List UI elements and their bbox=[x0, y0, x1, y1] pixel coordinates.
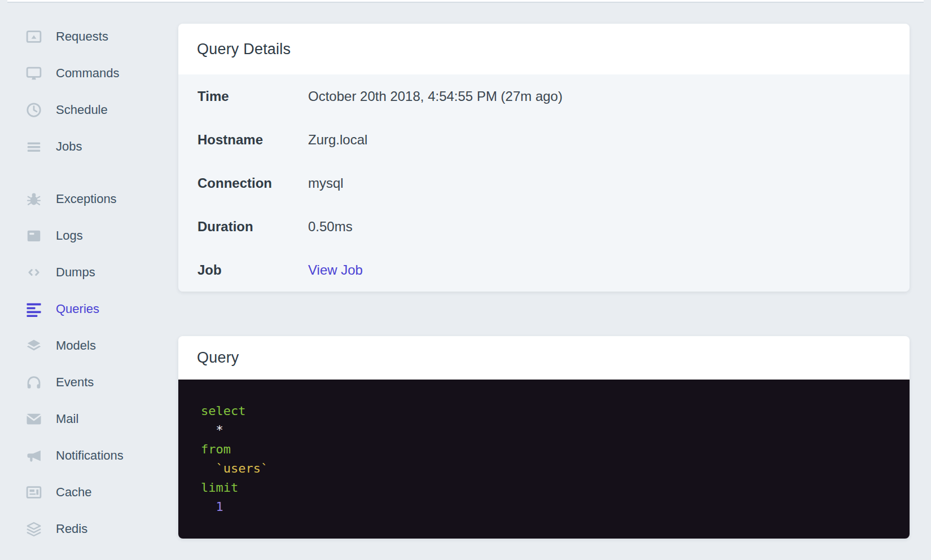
sidebar-item-label: Exceptions bbox=[56, 192, 117, 206]
sidebar-item-label: Events bbox=[56, 375, 94, 390]
sidebar: Requests Commands Schedule Jobs Exceptio… bbox=[25, 18, 164, 547]
exceptions-icon bbox=[25, 191, 42, 208]
query-details-body: Time October 20th 2018, 4:54:55 PM (27m … bbox=[178, 74, 910, 292]
sidebar-item-redis[interactable]: Redis bbox=[25, 510, 164, 547]
sidebar-item-cache[interactable]: Cache bbox=[25, 474, 164, 510]
code-line: select bbox=[201, 402, 896, 421]
sidebar-item-schedule[interactable]: Schedule bbox=[25, 91, 164, 128]
sidebar-item-label: Redis bbox=[56, 522, 87, 536]
detail-row-time: Time October 20th 2018, 4:54:55 PM (27m … bbox=[178, 74, 910, 118]
query-details-title: Query Details bbox=[197, 41, 291, 58]
detail-value: October 20th 2018, 4:54:55 PM (27m ago) bbox=[308, 89, 563, 104]
redis-icon bbox=[25, 521, 42, 537]
sidebar-item-label: Jobs bbox=[56, 139, 82, 154]
mail-icon bbox=[25, 411, 42, 427]
sidebar-item-label: Logs bbox=[56, 228, 83, 243]
detail-row-job: Job View Job bbox=[178, 248, 910, 292]
detail-row-connection: Connection mysql bbox=[178, 161, 910, 205]
queries-icon bbox=[25, 301, 42, 318]
code-line: * bbox=[201, 421, 896, 440]
notifications-icon bbox=[25, 447, 42, 464]
detail-label: Job bbox=[197, 262, 308, 278]
sidebar-item-mail[interactable]: Mail bbox=[25, 400, 164, 437]
view-job-link[interactable]: View Job bbox=[308, 262, 363, 278]
navbar-bottom-edge bbox=[7, 0, 924, 3]
sidebar-item-label: Mail bbox=[56, 412, 78, 426]
sidebar-item-commands[interactable]: Commands bbox=[25, 55, 164, 91]
query-card: Query select *from `users`limit 1 bbox=[178, 336, 910, 539]
detail-label: Connection bbox=[197, 175, 308, 191]
sidebar-item-label: Models bbox=[56, 338, 96, 353]
query-card-title: Query bbox=[197, 349, 239, 367]
sidebar-item-dumps[interactable]: Dumps bbox=[25, 254, 164, 290]
detail-value: Zurg.local bbox=[308, 132, 367, 148]
detail-label: Hostname bbox=[197, 132, 308, 148]
sidebar-item-exceptions[interactable]: Exceptions bbox=[25, 180, 164, 217]
sidebar-item-logs[interactable]: Logs bbox=[25, 217, 164, 254]
code-line: 1 bbox=[201, 497, 896, 517]
sidebar-item-label: Notifications bbox=[56, 448, 124, 463]
jobs-icon bbox=[25, 138, 42, 155]
dumps-icon bbox=[25, 264, 42, 281]
sidebar-item-queries[interactable]: Queries bbox=[25, 290, 164, 327]
query-card-header: Query bbox=[178, 336, 910, 380]
query-details-card: Query Details Time October 20th 2018, 4:… bbox=[178, 24, 910, 292]
code-line: from bbox=[201, 440, 896, 459]
events-icon bbox=[25, 374, 42, 391]
detail-value: 0.50ms bbox=[308, 219, 353, 235]
detail-row-hostname: Hostname Zurg.local bbox=[178, 118, 910, 161]
sidebar-item-label: Schedule bbox=[56, 103, 108, 117]
commands-icon bbox=[25, 65, 42, 82]
code-line: `users` bbox=[201, 459, 896, 478]
detail-label: Time bbox=[197, 89, 308, 104]
logs-icon bbox=[25, 227, 42, 244]
detail-label: Duration bbox=[197, 219, 308, 235]
sql-code-block: select *from `users`limit 1 bbox=[178, 380, 910, 539]
models-icon bbox=[25, 337, 42, 354]
requests-icon bbox=[25, 28, 42, 45]
sidebar-item-label: Dumps bbox=[56, 265, 95, 280]
sidebar-item-events[interactable]: Events bbox=[25, 364, 164, 400]
cache-icon bbox=[25, 484, 42, 501]
detail-row-duration: Duration 0.50ms bbox=[178, 205, 910, 248]
sidebar-item-notifications[interactable]: Notifications bbox=[25, 437, 164, 474]
sidebar-item-jobs[interactable]: Jobs bbox=[25, 128, 164, 165]
detail-value: mysql bbox=[308, 175, 344, 191]
code-line: limit bbox=[201, 478, 896, 497]
sidebar-item-label: Commands bbox=[56, 66, 119, 81]
sidebar-item-requests[interactable]: Requests bbox=[25, 18, 164, 55]
sidebar-item-label: Requests bbox=[56, 29, 108, 44]
sidebar-item-models[interactable]: Models bbox=[25, 327, 164, 364]
sidebar-section-gap bbox=[25, 165, 164, 180]
sidebar-item-label: Cache bbox=[56, 485, 92, 500]
query-details-card-header: Query Details bbox=[178, 24, 910, 74]
sidebar-item-label: Queries bbox=[56, 302, 99, 316]
schedule-icon bbox=[25, 102, 42, 118]
